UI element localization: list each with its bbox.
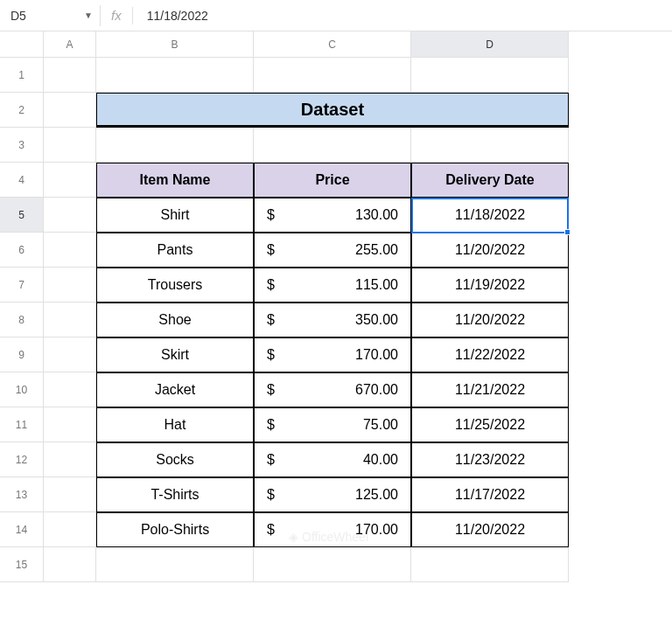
formula-input[interactable] (133, 5, 668, 26)
amount: 125.00 (355, 487, 398, 503)
data-price-2[interactable]: $115.00 (254, 268, 411, 303)
row-header-8[interactable]: 8 (0, 303, 44, 337)
data-item-8[interactable]: T-Shirts (96, 477, 254, 512)
col-header-a[interactable]: A (44, 31, 96, 58)
currency: $ (267, 312, 275, 328)
cell-a8[interactable] (44, 303, 96, 337)
cell-a9[interactable] (44, 337, 96, 372)
amount: 170.00 (355, 522, 398, 538)
data-item-7[interactable]: Socks (96, 442, 254, 477)
cell-a14[interactable] (44, 512, 96, 547)
amount: 40.00 (363, 452, 398, 468)
row-header-1[interactable]: 1 (0, 58, 44, 93)
cell-reference: D5 (10, 9, 26, 23)
cell-title-mid[interactable]: Dataset (254, 93, 411, 128)
cell-d15[interactable] (411, 547, 569, 582)
row-header-6[interactable]: 6 (0, 233, 44, 268)
data-delivery-0[interactable]: 11/18/2022 (411, 198, 569, 233)
row-header-4[interactable]: 4 (0, 163, 44, 198)
row-header-9[interactable]: 9 (0, 337, 44, 372)
cell-a1[interactable] (44, 58, 96, 93)
cell-a7[interactable] (44, 268, 96, 303)
cell-b15[interactable] (96, 547, 254, 582)
data-price-9[interactable]: $170.00 (254, 512, 411, 547)
col-header-c[interactable]: C (254, 31, 411, 58)
row-header-15[interactable]: 15 (0, 547, 44, 582)
cell-c15[interactable] (254, 547, 411, 582)
row-header-12[interactable]: 12 (0, 442, 44, 477)
data-price-3[interactable]: $350.00 (254, 303, 411, 337)
currency: $ (267, 522, 275, 538)
amount: 75.00 (363, 417, 398, 433)
row-header-5[interactable]: 5 (0, 198, 44, 233)
column-headers: A B C D (44, 31, 569, 58)
data-delivery-6[interactable]: 11/25/2022 (411, 407, 569, 442)
row-header-7[interactable]: 7 (0, 268, 44, 303)
data-item-5[interactable]: Jacket (96, 372, 254, 407)
row-header-13[interactable]: 13 (0, 477, 44, 512)
cell-a13[interactable] (44, 477, 96, 512)
data-delivery-2[interactable]: 11/19/2022 (411, 268, 569, 303)
data-price-4[interactable]: $170.00 (254, 337, 411, 372)
cell-a3[interactable] (44, 128, 96, 163)
data-item-4[interactable]: Skirt (96, 337, 254, 372)
cell-a12[interactable] (44, 442, 96, 477)
data-item-6[interactable]: Hat (96, 407, 254, 442)
cell-a5[interactable] (44, 198, 96, 233)
cell-d1[interactable] (411, 58, 569, 93)
cell-c1[interactable] (254, 58, 411, 93)
cell-d3[interactable] (411, 128, 569, 163)
data-price-5[interactable]: $670.00 (254, 372, 411, 407)
amount: 115.00 (355, 277, 398, 293)
data-item-1[interactable]: Pants (96, 233, 254, 268)
row-header-3[interactable]: 3 (0, 128, 44, 163)
data-item-2[interactable]: Trousers (96, 268, 254, 303)
col-header-b[interactable]: B (96, 31, 254, 58)
cell-a6[interactable] (44, 233, 96, 268)
name-box[interactable]: D5 ▼ (4, 5, 100, 26)
data-item-0[interactable]: Shirt (96, 198, 254, 233)
cell-c3[interactable] (254, 128, 411, 163)
cell-a2[interactable] (44, 93, 96, 128)
cell-a11[interactable] (44, 407, 96, 442)
data-price-0[interactable]: $130.00 (254, 198, 411, 233)
data-delivery-8[interactable]: 11/17/2022 (411, 477, 569, 512)
amount: 130.00 (355, 207, 398, 223)
cell-title[interactable] (96, 93, 254, 128)
currency: $ (267, 277, 275, 293)
data-delivery-3[interactable]: 11/20/2022 (411, 303, 569, 337)
header-item[interactable]: Item Name (96, 163, 254, 198)
row-header-14[interactable]: 14 (0, 512, 44, 547)
amount: 350.00 (355, 312, 398, 328)
cell-b3[interactable] (96, 128, 254, 163)
formula-bar: D5 ▼ fx (0, 0, 672, 31)
cell-a10[interactable] (44, 372, 96, 407)
header-price[interactable]: Price (254, 163, 411, 198)
cell-b1[interactable] (96, 58, 254, 93)
data-price-6[interactable]: $75.00 (254, 407, 411, 442)
dropdown-icon[interactable]: ▼ (84, 10, 93, 20)
data-item-9[interactable]: Polo-Shirts (96, 512, 254, 547)
cell-a15[interactable] (44, 547, 96, 582)
data-delivery-4[interactable]: 11/22/2022 (411, 337, 569, 372)
data-price-1[interactable]: $255.00 (254, 233, 411, 268)
data-delivery-5[interactable]: 11/21/2022 (411, 372, 569, 407)
data-delivery-1[interactable]: 11/20/2022 (411, 233, 569, 268)
row-header-2[interactable]: 2 (0, 93, 44, 128)
row-header-10[interactable]: 10 (0, 372, 44, 407)
header-delivery[interactable]: Delivery Date (411, 163, 569, 198)
currency: $ (267, 207, 275, 223)
data-item-3[interactable]: Shoe (96, 303, 254, 337)
col-header-d[interactable]: D (411, 31, 569, 58)
select-all-corner[interactable] (0, 31, 44, 58)
data-delivery-7[interactable]: 11/23/2022 (411, 442, 569, 477)
row-header-11[interactable]: 11 (0, 407, 44, 442)
currency: $ (267, 347, 275, 363)
currency: $ (267, 487, 275, 503)
currency: $ (267, 452, 275, 468)
cell-title-end[interactable] (411, 93, 569, 128)
data-delivery-9[interactable]: 11/20/2022 (411, 512, 569, 547)
cell-a4[interactable] (44, 163, 96, 198)
data-price-7[interactable]: $40.00 (254, 442, 411, 477)
data-price-8[interactable]: $125.00 (254, 477, 411, 512)
